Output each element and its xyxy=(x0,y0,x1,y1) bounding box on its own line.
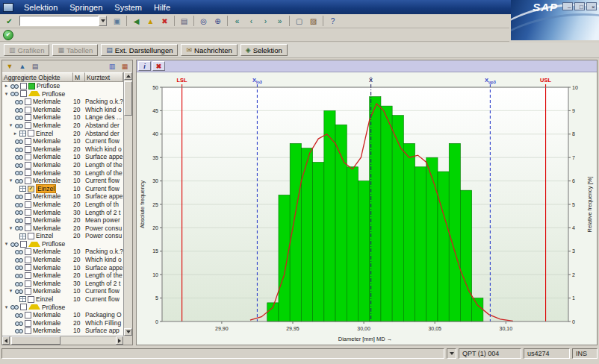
tree-vertical-scrollbar[interactable] xyxy=(123,72,132,336)
tree-row[interactable]: Merkmale10Packaging O xyxy=(2,311,123,319)
tree-row[interactable]: Merkmale20Length of the xyxy=(2,272,123,280)
tree-row[interactable]: Merkmale20Which kind o xyxy=(2,145,123,154)
info-button[interactable]: i xyxy=(138,61,151,71)
tree-row[interactable]: Merkmale20Length of the xyxy=(2,161,123,169)
tree-expander-icon[interactable]: ▸ xyxy=(13,130,18,138)
tree-row[interactable]: Merkmale10Current flow xyxy=(2,137,123,145)
save-icon[interactable]: ▣ xyxy=(110,15,124,27)
tree-row[interactable]: Merkmale10Surface appe xyxy=(2,153,123,161)
table-view-icon[interactable]: ▦ xyxy=(119,61,131,72)
row-checkbox[interactable] xyxy=(20,241,27,248)
close-button[interactable]: × xyxy=(586,2,597,10)
new-session-icon[interactable]: ▢ xyxy=(292,15,306,27)
tree-expander-icon[interactable]: ▸ xyxy=(4,82,9,90)
row-checkbox[interactable] xyxy=(28,233,34,239)
row-checkbox[interactable] xyxy=(25,217,31,224)
sort-icon[interactable]: ▲ xyxy=(16,61,28,72)
row-checkbox[interactable] xyxy=(28,130,34,136)
enter-button[interactable]: ✔ xyxy=(2,15,16,27)
row-checkbox[interactable] xyxy=(25,107,31,113)
tree-row[interactable]: ▾Merkmale10Current flow xyxy=(2,287,123,295)
print-icon[interactable]: ▤ xyxy=(29,61,41,72)
tree-row[interactable]: ▸Einzel20Abstand der xyxy=(2,130,123,138)
row-checkbox[interactable] xyxy=(20,304,27,310)
tree-row[interactable]: Merkmale30Length of 2 t xyxy=(2,280,123,288)
tree-row[interactable]: Merkmale10Packing o.k.? xyxy=(2,248,123,256)
row-checkbox[interactable] xyxy=(25,201,31,208)
horizontal-scroll-thumb[interactable] xyxy=(11,336,60,345)
last-page-icon[interactable]: » xyxy=(273,15,287,27)
shortcut-icon[interactable]: ▨ xyxy=(306,15,320,27)
selektion-button[interactable]: ◈Selektion xyxy=(240,44,288,56)
row-checkbox[interactable] xyxy=(25,114,31,121)
row-checkbox[interactable] xyxy=(25,288,31,295)
row-checkbox[interactable] xyxy=(25,169,31,176)
row-checkbox[interactable] xyxy=(25,178,31,184)
row-checkbox[interactable] xyxy=(25,272,31,279)
tree-expander-icon[interactable]: ▾ xyxy=(8,287,13,295)
vertical-scroll-thumb[interactable] xyxy=(124,81,132,116)
tree-row[interactable]: Merkmale10Länge des ... xyxy=(2,113,123,122)
prev-page-icon[interactable]: ‹ xyxy=(244,15,258,27)
scroll-up-button[interactable] xyxy=(124,72,132,80)
menu-item-selektion[interactable]: Selektion xyxy=(18,3,63,12)
filter-icon[interactable]: ▼ xyxy=(4,61,16,72)
tree-row[interactable]: ✓Einzel10Current flow xyxy=(2,185,123,193)
tree-row[interactable]: Merkmale30Length of 2 t xyxy=(2,209,123,217)
row-checkbox[interactable] xyxy=(25,209,31,216)
tree-row[interactable]: Einzel10Current flow xyxy=(2,295,123,304)
grafiken-button[interactable]: ▥Grafiken xyxy=(4,44,49,56)
vertical-scroll-track[interactable] xyxy=(124,80,132,328)
tree-row[interactable]: Merkmale30Length of the xyxy=(2,169,123,178)
tree-row[interactable]: ▸Prüflose xyxy=(2,82,123,90)
tree-row[interactable]: ▾Merkmale20Power consu xyxy=(2,225,123,233)
next-page-icon[interactable]: › xyxy=(258,15,273,27)
tree-row[interactable]: Merkmale10Packing o.k.? xyxy=(2,98,123,106)
tree-row[interactable]: Merkmale10Surface appe xyxy=(2,264,123,272)
menu-item-springen[interactable]: Springen xyxy=(63,3,108,12)
continue-button[interactable]: ✔ xyxy=(3,30,13,40)
back-icon[interactable]: ◀ xyxy=(129,15,143,27)
first-page-icon[interactable]: « xyxy=(230,15,244,27)
row-checkbox[interactable] xyxy=(25,225,31,231)
command-input[interactable] xyxy=(19,16,99,26)
horizontal-scroll-track[interactable] xyxy=(10,336,116,345)
maximize-button[interactable]: □ xyxy=(574,2,585,10)
cancel-icon[interactable]: ✖ xyxy=(158,15,172,27)
tabellen-button[interactable]: ▦Tabellen xyxy=(52,44,98,56)
row-checkbox[interactable] xyxy=(25,98,31,105)
scroll-left-button[interactable] xyxy=(2,336,10,345)
close-chart-button[interactable]: ✖ xyxy=(152,61,165,71)
row-checkbox[interactable] xyxy=(25,154,31,160)
tree-expander-icon[interactable]: ▾ xyxy=(4,304,9,312)
tree-expander-icon[interactable]: ▾ xyxy=(8,225,13,233)
row-checkbox[interactable] xyxy=(25,248,31,255)
row-checkbox[interactable] xyxy=(25,162,31,169)
tree-row[interactable]: Merkmale20Which kind o xyxy=(2,106,123,114)
row-checkbox[interactable] xyxy=(25,138,31,145)
tree-row[interactable]: ▾Prüflose xyxy=(2,304,123,312)
tree-row[interactable]: Merkmale20Length of th xyxy=(2,201,123,209)
row-checkbox[interactable] xyxy=(25,122,31,129)
row-checkbox[interactable] xyxy=(25,312,31,318)
row-checkbox[interactable] xyxy=(25,327,31,334)
tree-expander-icon[interactable]: ▾ xyxy=(4,90,9,98)
menu-item-hilfe[interactable]: Hilfe xyxy=(148,3,176,12)
row-checkbox[interactable] xyxy=(25,280,31,287)
help-icon[interactable]: ? xyxy=(326,15,340,27)
row-checkbox[interactable] xyxy=(25,257,31,263)
row-checkbox[interactable] xyxy=(25,146,31,153)
command-dropdown-button[interactable] xyxy=(99,16,107,26)
tree-row[interactable]: Merkmale20Which Filling xyxy=(2,319,123,327)
tree-row[interactable]: Einzel20Power consu xyxy=(2,232,123,240)
tree-row[interactable]: Merkmale20Mean power xyxy=(2,216,123,225)
message-history-button[interactable] xyxy=(447,348,456,359)
row-checkbox[interactable]: ✓ xyxy=(28,186,34,192)
minimize-button[interactable]: – xyxy=(562,2,573,10)
system-menu-icon[interactable] xyxy=(3,3,13,12)
find-icon[interactable]: ◎ xyxy=(196,15,211,27)
tree-row[interactable]: Merkmale20Which kind o xyxy=(2,256,123,264)
row-checkbox[interactable] xyxy=(25,193,31,200)
ext-darstellungen-button[interactable]: ▤Ext. Darstellungen xyxy=(101,44,178,56)
row-checkbox[interactable] xyxy=(28,296,34,303)
